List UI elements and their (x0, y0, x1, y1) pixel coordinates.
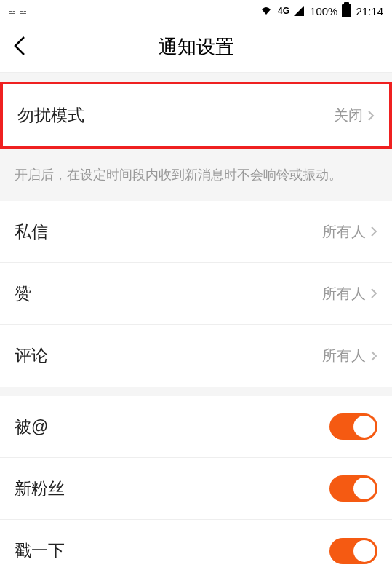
status-app-indicator: ⚍ ⚍ (9, 7, 28, 16)
like-value: 所有人 (322, 284, 366, 304)
comment-value: 所有人 (322, 346, 366, 365)
dnd-row[interactable]: 勿扰模式 关闭 (3, 84, 389, 146)
dm-value: 所有人 (322, 222, 366, 242)
status-left: ⚍ ⚍ (9, 7, 28, 16)
like-label: 赞 (15, 282, 31, 305)
chevron-right-icon (370, 288, 377, 299)
dnd-value: 关闭 (334, 106, 363, 125)
status-right: 4G 100% 21:14 (260, 4, 383, 17)
highlight-dnd: 勿扰模式 关闭 (0, 82, 392, 149)
battery-icon (342, 4, 351, 17)
chevron-right-icon (370, 226, 377, 237)
dnd-hint-text: 开启后，在设定时间段内收到新消息时不会响铃或振动。 (0, 149, 392, 201)
like-row[interactable]: 赞 所有人 (0, 263, 392, 325)
poke-toggle[interactable] (329, 538, 377, 564)
follower-label: 新粉丝 (15, 478, 65, 500)
status-time: 21:14 (356, 5, 383, 17)
dnd-right: 关闭 (334, 106, 375, 125)
poke-row[interactable]: 戳一下 (0, 520, 392, 570)
chevron-right-icon (367, 110, 375, 122)
follower-toggle[interactable] (329, 475, 377, 502)
status-bar: ⚍ ⚍ 4G 100% 21:14 (0, 0, 392, 22)
dnd-label: 勿扰模式 (17, 104, 84, 127)
dm-row[interactable]: 私信 所有人 (0, 201, 392, 263)
network-type: 4G (278, 6, 289, 16)
comment-row[interactable]: 评论 所有人 (0, 325, 392, 387)
dm-label: 私信 (15, 221, 48, 243)
mention-toggle[interactable] (329, 413, 377, 440)
comment-label: 评论 (15, 344, 48, 367)
chevron-right-icon (370, 350, 377, 362)
mention-row[interactable]: 被@ (0, 396, 392, 458)
nav-bar: 通知设置 (0, 22, 392, 73)
back-button[interactable] (13, 35, 26, 60)
battery-percent: 100% (310, 5, 337, 17)
follower-row[interactable]: 新粉丝 (0, 458, 392, 520)
mention-label: 被@ (15, 416, 48, 438)
page-title: 通知设置 (0, 34, 392, 60)
wifi-icon (260, 6, 272, 16)
signal-icon (294, 6, 304, 16)
poke-label: 戳一下 (15, 539, 65, 562)
